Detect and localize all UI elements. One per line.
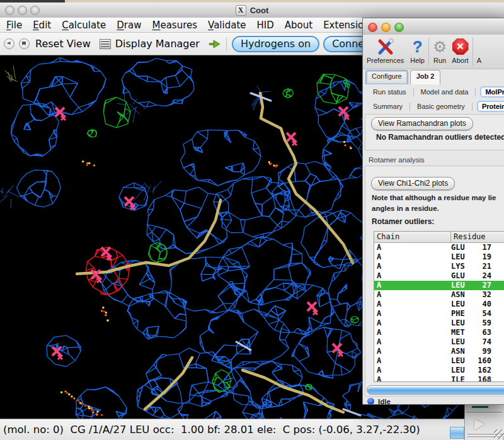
menu-item-about[interactable]: About bbox=[285, 20, 312, 31]
toolbar-separator bbox=[226, 37, 227, 51]
dialog-status-text: Idle bbox=[378, 398, 391, 405]
main-title-bar[interactable]: X Coot bbox=[0, 3, 504, 18]
main-status-bar: (mol. no: 0) CG /1/A/27 LEU occ: 1.00 bf… bbox=[0, 419, 504, 440]
table-row[interactable]: AGLU24 bbox=[374, 271, 504, 281]
tab-summary[interactable]: Summary bbox=[370, 101, 405, 111]
preferences-button[interactable]: Preferences bbox=[367, 37, 404, 64]
rotamer-frame: View Chi1-Chi2 plots Note that although … bbox=[365, 166, 504, 397]
clipped-toolbar-button[interactable]: A bbox=[477, 37, 481, 64]
groove-line bbox=[467, 412, 502, 414]
help-question-icon: ? bbox=[413, 37, 423, 56]
record-view-icon[interactable] bbox=[19, 38, 30, 49]
background-panel bbox=[464, 405, 504, 440]
tab-model-and-data[interactable]: Model and data bbox=[418, 87, 471, 97]
tab-molprobity[interactable]: MolProbity bbox=[480, 86, 504, 98]
status-dot-icon bbox=[367, 398, 374, 405]
play-triangle-icon[interactable] bbox=[474, 419, 484, 430]
table-row[interactable]: AASN32 bbox=[374, 290, 504, 300]
window-title: Coot bbox=[250, 6, 269, 15]
menu-item-hid[interactable]: HID bbox=[257, 20, 274, 31]
desktop: X Coot FileEditCalculateDrawMeasuresVali… bbox=[0, 0, 504, 440]
tab-separator bbox=[472, 103, 472, 111]
tab-job-2[interactable]: Job 2 bbox=[410, 70, 441, 84]
ramachandran-message: No Ramachandran outliers detected bbox=[376, 133, 504, 142]
table-row[interactable]: AMET63 bbox=[374, 328, 504, 337]
help-button[interactable]: ? Help bbox=[410, 37, 425, 64]
run-button[interactable]: ⚙ Run bbox=[433, 37, 447, 64]
table-row[interactable]: ALEU160 bbox=[374, 356, 504, 366]
rotamer-frame-label: Rotamer analysis bbox=[369, 156, 425, 164]
table-row[interactable]: ALEU59 bbox=[374, 319, 504, 328]
column-header-residue[interactable]: Residue bbox=[451, 232, 488, 242]
back-view-icon[interactable] bbox=[4, 38, 14, 49]
tab-configure[interactable]: Configure bbox=[365, 70, 408, 84]
table-header: Chain Residue bbox=[374, 232, 504, 243]
table-row[interactable]: ALEU19 bbox=[374, 252, 504, 262]
tab-protein[interactable]: Protein bbox=[477, 101, 504, 112]
rotamer-note-line2: angles in a residue. bbox=[372, 205, 439, 212]
table-row[interactable]: ALYS21 bbox=[374, 262, 504, 271]
table-row[interactable]: AGLU17 bbox=[374, 243, 504, 252]
table-row[interactable]: AASN99 bbox=[374, 347, 504, 356]
validation-dialog-window: Preferences ? Help ⚙ Run ✕ Abort A Confi… bbox=[362, 18, 504, 405]
view-chi1-chi2-plots-button[interactable]: View Chi1-Chi2 plots bbox=[371, 177, 455, 190]
menu-item-edit[interactable]: Edit bbox=[33, 20, 51, 31]
tab-separator bbox=[410, 103, 410, 111]
table-row[interactable]: AILE168 bbox=[374, 375, 504, 382]
column-header-chain[interactable]: Chain bbox=[374, 232, 451, 242]
dialog-toolbar-separator bbox=[428, 38, 429, 65]
table-row[interactable]: ALEU162 bbox=[374, 366, 504, 375]
tab-basic-geometry[interactable]: Basic geometry bbox=[415, 101, 467, 111]
table-row[interactable]: ALEU40 bbox=[374, 300, 504, 309]
menu-item-calculate[interactable]: Calculate bbox=[62, 20, 106, 31]
menu-item-file[interactable]: File bbox=[6, 20, 22, 31]
horizontal-scrollbar[interactable] bbox=[367, 385, 504, 395]
display-manager-icon[interactable] bbox=[100, 39, 111, 49]
ramachandran-frame: View Ramachandran plots No Ramachandran … bbox=[365, 114, 504, 150]
abort-button[interactable]: ✕ Abort bbox=[452, 37, 468, 64]
notebook-tabs-molprobity: SummaryBasic geometryProteinChains bbox=[363, 99, 504, 113]
dialog-status-row: Idle bbox=[363, 397, 504, 405]
dialog-close-button[interactable] bbox=[368, 23, 377, 32]
dialog-toolbar-separator bbox=[472, 38, 473, 65]
dialog-toolbar: Preferences ? Help ⚙ Run ✕ Abort A bbox=[363, 35, 504, 69]
rotamer-outliers-label: Rotamer outliers: bbox=[372, 217, 434, 226]
resize-grip[interactable] bbox=[494, 429, 504, 439]
menu-item-draw[interactable]: Draw bbox=[117, 20, 141, 31]
display-manager-button[interactable]: Display Manager bbox=[115, 38, 200, 50]
table-row[interactable]: ALEU27 bbox=[374, 281, 504, 290]
table-body: AGLU17 ALEU19 ALYS21 AGLU24 ALEU27 AASN3… bbox=[374, 243, 504, 382]
dialog-zoom-button[interactable] bbox=[394, 23, 404, 32]
preferences-tools-icon bbox=[377, 37, 394, 56]
table-row[interactable]: APHE54 bbox=[374, 309, 504, 319]
rotamer-outliers-table[interactable]: Chain Residue AGLU17 ALEU19 ALYS21 AGLU2… bbox=[374, 231, 504, 382]
tab-run-status[interactable]: Run status bbox=[370, 87, 409, 97]
rotamer-note-line1: Note that although a residue may lie bbox=[372, 194, 496, 201]
view-ramachandran-plots-button[interactable]: View Ramachandran plots bbox=[371, 117, 473, 130]
notebook-tabs-jobs: ConfigureJob 2 bbox=[365, 70, 440, 84]
x11-icon: X bbox=[236, 5, 246, 16]
abort-octagon-icon: ✕ bbox=[452, 38, 469, 55]
background-green-line bbox=[472, 406, 488, 408]
tab-separator bbox=[413, 88, 414, 96]
atom-status-text: (mol. no: 0) CG /1/A/27 LEU occ: 1.00 bf… bbox=[0, 424, 420, 436]
menu-item-measures[interactable]: Measures bbox=[152, 20, 197, 31]
reset-view-button[interactable]: Reset View bbox=[35, 38, 91, 50]
table-row[interactable]: ALEU74 bbox=[374, 337, 504, 347]
dialog-minimize-button[interactable] bbox=[381, 23, 391, 32]
menu-item-validate[interactable]: Validate bbox=[208, 20, 246, 31]
go-arrow-icon[interactable] bbox=[209, 40, 221, 48]
gear-icon: ⚙ bbox=[433, 37, 447, 56]
dialog-title-bar[interactable] bbox=[363, 18, 504, 35]
tab-separator bbox=[475, 88, 476, 96]
notebook-tabs-sections: Run statusModel and dataMolProbity bbox=[363, 85, 504, 99]
status-blue-square[interactable] bbox=[450, 427, 464, 439]
hydrogens-toggle-button[interactable]: Hydrogens on bbox=[232, 36, 319, 52]
